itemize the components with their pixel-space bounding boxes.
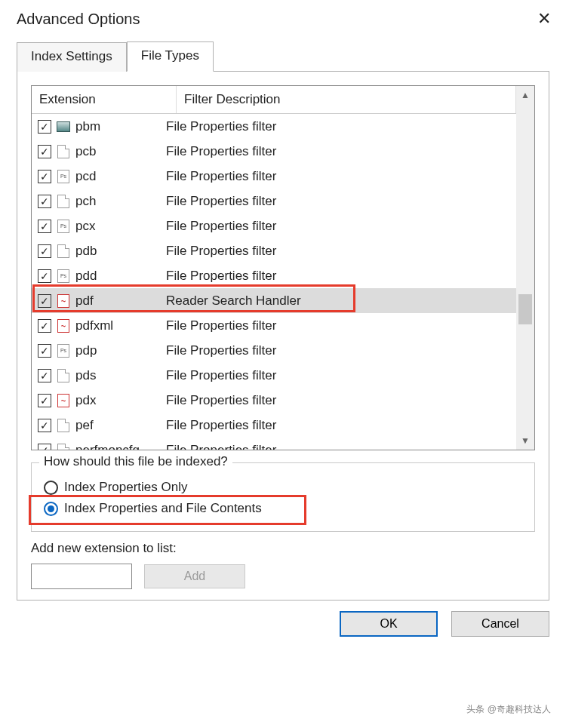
- extension-cell: pdfxml: [75, 318, 166, 333]
- watermark: 头条 @奇趣科技达人: [462, 702, 555, 717]
- scroll-down-icon[interactable]: ▼: [521, 432, 530, 450]
- file-icon: [57, 244, 69, 258]
- filter-description-cell: File Properties filter: [166, 144, 276, 159]
- file-icon: [57, 444, 69, 450]
- ok-button[interactable]: OK: [340, 611, 438, 637]
- checkbox[interactable]: ✓: [38, 120, 51, 134]
- filter-description-cell: File Properties filter: [166, 169, 276, 184]
- table-row[interactable]: ✓PspcxFile Properties filter: [32, 213, 516, 238]
- tab-panel-file-types: Extension Filter Description ✓pbmFile Pr…: [17, 72, 549, 601]
- checkbox[interactable]: ✓: [38, 294, 51, 308]
- radio-label-properties-only[interactable]: Index Properties Only: [64, 480, 187, 495]
- file-icon: [57, 369, 69, 382]
- extension-cell: pdp: [75, 343, 166, 358]
- close-icon[interactable]: ✕: [533, 9, 555, 29]
- checkbox[interactable]: ✓: [38, 220, 51, 233]
- filter-description-cell: File Properties filter: [166, 219, 276, 234]
- scroll-thumb[interactable]: [518, 294, 532, 324]
- checkbox[interactable]: ✓: [38, 369, 51, 382]
- table-row[interactable]: ✓pcbFile Properties filter: [32, 139, 516, 164]
- column-header-extension[interactable]: Extension: [32, 86, 177, 113]
- checkbox[interactable]: ✓: [38, 344, 51, 358]
- table-row[interactable]: ✓~pdxFile Properties filter: [32, 388, 516, 413]
- radio-properties-and-contents[interactable]: [44, 502, 58, 516]
- extension-cell: pdx: [75, 393, 166, 408]
- file-pdf-icon: ~: [57, 319, 69, 333]
- dialog-title: Advanced Options: [17, 11, 140, 28]
- extension-cell: pcx: [75, 219, 166, 234]
- extension-cell: pbm: [75, 119, 166, 134]
- file-ps-icon: Ps: [57, 269, 69, 283]
- radio-label-properties-and-contents[interactable]: Index Properties and File Contents: [64, 501, 262, 516]
- table-row[interactable]: ✓PspcdFile Properties filter: [32, 164, 516, 189]
- checkbox[interactable]: ✓: [38, 419, 51, 432]
- extension-cell: pds: [75, 368, 166, 383]
- table-row[interactable]: ✓PspdpFile Properties filter: [32, 338, 516, 363]
- file-icon: [57, 419, 69, 432]
- add-extension-label: Add new extension to list:: [31, 541, 535, 556]
- tab-index-settings[interactable]: Index Settings: [17, 42, 127, 72]
- table-row[interactable]: ✓perfmoncfgFile Properties filter: [32, 438, 516, 450]
- filter-description-cell: File Properties filter: [166, 318, 276, 333]
- table-row[interactable]: ✓~pdfReader Search Handler: [32, 288, 516, 313]
- table-row[interactable]: ✓PspddFile Properties filter: [32, 263, 516, 288]
- file-image-icon: [57, 121, 70, 132]
- file-icon: [57, 195, 69, 208]
- extension-cell: pdd: [75, 269, 166, 284]
- scroll-up-icon[interactable]: ▲: [521, 86, 530, 104]
- add-button: Add: [144, 564, 245, 588]
- checkbox[interactable]: ✓: [38, 319, 51, 333]
- checkbox[interactable]: ✓: [38, 394, 51, 407]
- table-row[interactable]: ✓pdsFile Properties filter: [32, 363, 516, 388]
- cancel-button[interactable]: Cancel: [451, 611, 549, 637]
- filter-description-cell: File Properties filter: [166, 418, 276, 433]
- tab-strip: Index Settings File Types: [17, 41, 549, 72]
- file-pdf-icon: ~: [57, 294, 69, 308]
- add-extension-input[interactable]: [31, 564, 132, 589]
- file-icon: [57, 145, 69, 158]
- checkbox[interactable]: ✓: [38, 170, 51, 183]
- extension-cell: pef: [75, 418, 166, 433]
- checkbox[interactable]: ✓: [38, 244, 51, 258]
- index-mode-group: How should this file be indexed? Index P…: [31, 462, 535, 532]
- tab-file-types[interactable]: File Types: [127, 41, 214, 72]
- checkbox[interactable]: ✓: [38, 195, 51, 208]
- filter-description-cell: File Properties filter: [166, 244, 276, 259]
- radio-properties-only[interactable]: [44, 481, 58, 495]
- table-row[interactable]: ✓pdbFile Properties filter: [32, 238, 516, 263]
- file-types-list: Extension Filter Description ✓pbmFile Pr…: [31, 85, 535, 450]
- checkbox[interactable]: ✓: [38, 269, 51, 283]
- extension-cell: pch: [75, 194, 166, 209]
- extension-cell: pcd: [75, 169, 166, 184]
- file-ps-icon: Ps: [57, 170, 69, 183]
- extension-cell: pcb: [75, 144, 166, 159]
- scroll-track[interactable]: [516, 104, 534, 432]
- filter-description-cell: File Properties filter: [166, 393, 276, 408]
- filter-description-cell: File Properties filter: [166, 269, 276, 284]
- extension-cell: perfmoncfg: [75, 443, 166, 450]
- table-row[interactable]: ✓pefFile Properties filter: [32, 413, 516, 438]
- filter-description-cell: File Properties filter: [166, 368, 276, 383]
- checkbox[interactable]: ✓: [38, 444, 51, 450]
- column-header-filter-description[interactable]: Filter Description: [177, 86, 516, 113]
- table-row[interactable]: ✓pchFile Properties filter: [32, 189, 516, 213]
- extension-cell: pdb: [75, 244, 166, 259]
- filter-description-cell: File Properties filter: [166, 443, 276, 450]
- checkbox[interactable]: ✓: [38, 145, 51, 158]
- scrollbar-vertical[interactable]: ▲ ▼: [516, 86, 534, 450]
- file-ps-icon: Ps: [57, 344, 69, 358]
- group-legend: How should this file be indexed?: [39, 454, 232, 469]
- file-ps-icon: Ps: [57, 220, 69, 233]
- filter-description-cell: File Properties filter: [166, 119, 276, 134]
- filter-description-cell: Reader Search Handler: [166, 293, 301, 309]
- table-row[interactable]: ✓pbmFile Properties filter: [32, 114, 516, 139]
- extension-cell: pdf: [75, 293, 166, 309]
- filter-description-cell: File Properties filter: [166, 343, 276, 358]
- table-row[interactable]: ✓~pdfxmlFile Properties filter: [32, 313, 516, 338]
- filter-description-cell: File Properties filter: [166, 194, 276, 209]
- file-pdf-icon: ~: [57, 394, 69, 407]
